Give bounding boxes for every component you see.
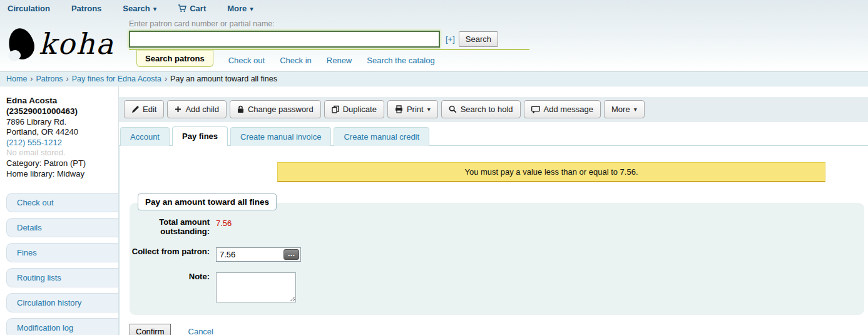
print-button-label: Print bbox=[407, 105, 424, 114]
sidebar-item-check-out[interactable]: Check out bbox=[6, 193, 118, 212]
header: Circulation Patrons Search▾ Cart More▾ k… bbox=[0, 0, 868, 68]
tab-pay-fines[interactable]: Pay fines bbox=[172, 126, 228, 146]
breadcrumb-current: Pay an amount toward all fines bbox=[170, 75, 277, 83]
search-icon bbox=[449, 105, 457, 113]
alert-message: You must pay a value less than or equal … bbox=[277, 162, 825, 182]
patron-category: Category: Patron (PT) bbox=[6, 158, 113, 169]
breadcrumb-home[interactable]: Home bbox=[6, 75, 27, 83]
header-main: koha Enter patron card number or partial… bbox=[0, 14, 868, 67]
tab-account[interactable]: Account bbox=[120, 127, 170, 146]
sidebar-menu: Check out Details Fines Routing lists Ci… bbox=[6, 193, 118, 335]
message-icon bbox=[531, 106, 540, 113]
quick-search-tabs: Search patrons Check out Check in Renew … bbox=[129, 50, 529, 67]
sidebar-item-fines[interactable]: Fines bbox=[6, 243, 118, 262]
expand-search-link[interactable]: [+] bbox=[446, 34, 455, 44]
nav-search-label: Search bbox=[123, 4, 150, 13]
patron-no-email: No email stored. bbox=[6, 148, 113, 158]
add-child-button[interactable]: Add child bbox=[167, 100, 226, 118]
search-to-hold-button[interactable]: Search to hold bbox=[441, 100, 521, 118]
patron-account-tabs: Account Pay fines Create manual invoice … bbox=[119, 126, 868, 146]
nav-search-menu[interactable]: Search▾ bbox=[123, 4, 156, 13]
cancel-link[interactable]: Cancel bbox=[188, 327, 213, 335]
add-message-button[interactable]: Add message bbox=[524, 100, 601, 118]
copy-icon bbox=[332, 105, 339, 113]
tab-check-out[interactable]: Check out bbox=[228, 53, 265, 65]
collect-from-patron-row: Collect from patron: … bbox=[130, 247, 864, 262]
fieldset-legend: Pay an amount toward all fines bbox=[138, 193, 277, 210]
breadcrumb-separator: › bbox=[66, 75, 69, 83]
total-outstanding-value: 7.56 bbox=[216, 218, 232, 237]
koha-logo-text: koha bbox=[39, 29, 115, 58]
lock-icon bbox=[237, 105, 244, 113]
ellipsis-keypad-icon[interactable]: … bbox=[283, 249, 299, 260]
sidebar-item-modification-log[interactable]: Modification log bbox=[6, 318, 118, 335]
total-outstanding-row: Total amount outstanding: 7.56 bbox=[130, 218, 864, 237]
nav-circulation[interactable]: Circulation bbox=[8, 4, 50, 13]
patron-name: Edna Acosta bbox=[6, 95, 113, 106]
note-label: Note: bbox=[130, 272, 210, 302]
patron-address1: 7896 Library Rd. bbox=[6, 117, 113, 128]
chevron-down-icon: ▾ bbox=[427, 106, 431, 113]
sidebar-item-details[interactable]: Details bbox=[6, 218, 118, 237]
change-password-button-label: Change password bbox=[248, 105, 314, 114]
sidebar-item-routing-lists[interactable]: Routing lists bbox=[6, 268, 118, 287]
change-password-button[interactable]: Change password bbox=[230, 100, 321, 118]
tab-check-in[interactable]: Check in bbox=[280, 53, 312, 65]
breadcrumb: Home›Patrons›Pay fines for Edna Acosta›P… bbox=[0, 71, 868, 86]
confirm-button[interactable]: Confirm bbox=[130, 324, 171, 335]
patron-search-zone: Enter patron card number or partial name… bbox=[129, 16, 529, 67]
koha-logo[interactable]: koha bbox=[9, 21, 121, 67]
tab-search-patrons[interactable]: Search patrons bbox=[136, 50, 213, 67]
printer-icon bbox=[395, 105, 403, 113]
form-actions: Confirm Cancel bbox=[130, 324, 868, 335]
add-message-button-label: Add message bbox=[544, 105, 594, 114]
search-label: Enter patron card number or partial name… bbox=[129, 19, 529, 28]
tab-renew[interactable]: Renew bbox=[327, 53, 352, 65]
tab-search-catalog[interactable]: Search the catalog bbox=[367, 53, 434, 65]
edit-button-label: Edit bbox=[143, 105, 156, 114]
total-outstanding-label: Total amount outstanding: bbox=[130, 218, 210, 237]
search-button[interactable]: Search bbox=[459, 31, 498, 47]
patron-home-library: Home library: Midway bbox=[6, 169, 113, 180]
chevron-down-icon: ▾ bbox=[153, 5, 157, 13]
breadcrumb-pay-fines[interactable]: Pay fines for Edna Acosta bbox=[72, 75, 161, 83]
chevron-down-icon: ▾ bbox=[634, 106, 637, 113]
sidebar-item-circulation-history[interactable]: Circulation history bbox=[6, 293, 118, 312]
patron-sidebar: Edna Acosta (23529001000463) 7896 Librar… bbox=[0, 86, 119, 335]
tab-create-manual-credit[interactable]: Create manual credit bbox=[334, 127, 429, 146]
breadcrumb-patrons[interactable]: Patrons bbox=[36, 75, 63, 83]
edit-button[interactable]: Edit bbox=[124, 100, 164, 118]
pay-amount-fieldset: Pay an amount toward all fines Total amo… bbox=[130, 203, 864, 315]
print-button[interactable]: Print ▾ bbox=[387, 100, 438, 118]
top-nav: Circulation Patrons Search▾ Cart More▾ bbox=[0, 0, 868, 14]
add-child-button-label: Add child bbox=[185, 105, 218, 114]
patron-toolbar: Edit Add child Change password Duplicate… bbox=[119, 97, 868, 122]
nav-patrons[interactable]: Patrons bbox=[71, 4, 101, 13]
more-button[interactable]: More ▾ bbox=[604, 100, 645, 118]
koha-logo-icon bbox=[6, 26, 38, 62]
search-to-hold-button-label: Search to hold bbox=[461, 105, 513, 114]
note-row: Note: bbox=[130, 272, 864, 302]
duplicate-button-label: Duplicate bbox=[343, 105, 377, 114]
duplicate-button[interactable]: Duplicate bbox=[324, 100, 384, 118]
nav-cart[interactable]: Cart bbox=[178, 4, 206, 13]
patron-brief: Edna Acosta (23529001000463) 7896 Librar… bbox=[6, 95, 118, 179]
nav-more-menu[interactable]: More▾ bbox=[227, 4, 253, 13]
more-button-label: More bbox=[611, 105, 630, 114]
breadcrumb-separator: › bbox=[30, 75, 33, 83]
patron-phone-link[interactable]: (212) 555-1212 bbox=[6, 138, 62, 148]
nav-more-label: More bbox=[227, 4, 247, 13]
patron-address2: Portland, OR 44240 bbox=[6, 127, 113, 138]
patron-cardnumber: (23529001000463) bbox=[6, 106, 113, 116]
collect-from-patron-label: Collect from patron: bbox=[130, 247, 210, 262]
patron-search-input[interactable] bbox=[129, 31, 440, 48]
pencil-icon bbox=[131, 106, 139, 113]
plus-icon bbox=[175, 106, 181, 113]
note-textarea[interactable] bbox=[216, 272, 296, 302]
cart-icon bbox=[178, 4, 186, 13]
koha-staff-page: Circulation Patrons Search▾ Cart More▾ k… bbox=[0, 0, 868, 335]
pay-fines-panel: You must pay a value less than or equal … bbox=[119, 146, 868, 335]
tab-create-manual-invoice[interactable]: Create manual invoice bbox=[230, 127, 331, 146]
main-content: Edit Add child Change password Duplicate… bbox=[119, 86, 868, 335]
nav-cart-label: Cart bbox=[190, 4, 206, 13]
